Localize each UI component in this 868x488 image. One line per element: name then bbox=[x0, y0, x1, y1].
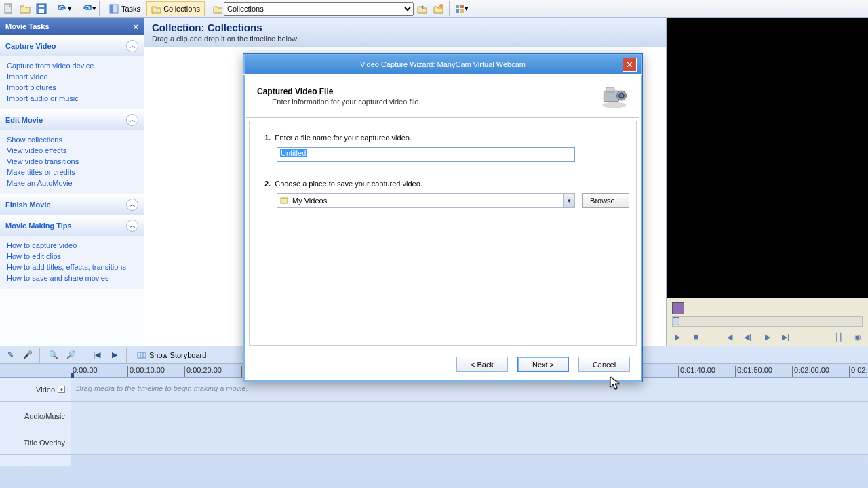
sidebar-group-capture[interactable]: Capture Video ︿ bbox=[0, 35, 144, 56]
dialog-subheading: Enter information for your captured vide… bbox=[257, 98, 421, 106]
sidebar-link[interactable]: View video transitions bbox=[0, 156, 144, 167]
svg-rect-11 bbox=[138, 352, 146, 358]
svg-rect-10 bbox=[460, 9, 464, 13]
open-icon[interactable] bbox=[18, 1, 33, 16]
cancel-button[interactable]: Cancel bbox=[578, 357, 630, 372]
collections-toggle[interactable]: Collections bbox=[146, 1, 205, 16]
sidebar-link[interactable]: View video effects bbox=[0, 145, 144, 156]
zoom-in-icon[interactable]: 🔍 bbox=[46, 348, 61, 363]
dialog-heading: Captured Video File bbox=[257, 87, 421, 96]
browse-button[interactable]: Browse... bbox=[582, 193, 629, 208]
step-fwd-icon[interactable]: |▶ bbox=[761, 331, 773, 343]
snapshot-icon[interactable]: ◉ bbox=[852, 331, 864, 343]
svg-rect-8 bbox=[460, 5, 464, 8]
collections-label: Collections bbox=[163, 5, 200, 13]
folder-icon bbox=[213, 4, 222, 14]
play-timeline-icon[interactable]: ▶ bbox=[107, 348, 122, 363]
sidebar-link[interactable]: Import pictures bbox=[0, 82, 144, 93]
tasks-icon bbox=[109, 4, 119, 14]
next-button[interactable]: Next > bbox=[517, 357, 569, 372]
content-title: Collection: Collections bbox=[152, 22, 658, 33]
chevron-up-icon[interactable]: ︿ bbox=[126, 40, 138, 52]
view-icon[interactable]: ▾ bbox=[454, 1, 469, 16]
svg-point-14 bbox=[603, 102, 627, 108]
video-capture-wizard-dialog: Video Capture Wizard: ManyCam Virtual We… bbox=[243, 53, 643, 382]
sidebar-link[interactable]: Make titles or credits bbox=[0, 167, 144, 178]
main-toolbar: ▾ ▾ Tasks Collections Collections ▾ bbox=[0, 0, 868, 18]
filename-input[interactable]: Untitled bbox=[277, 147, 575, 162]
chevron-up-icon[interactable]: ︿ bbox=[126, 199, 138, 211]
svg-rect-2 bbox=[39, 9, 44, 13]
narrate-icon[interactable]: 🎤 bbox=[20, 348, 35, 363]
svg-point-6 bbox=[439, 4, 443, 8]
new-folder-icon[interactable] bbox=[431, 1, 446, 16]
save-icon[interactable] bbox=[34, 1, 49, 16]
step2-label: Choose a place to save your captured vid… bbox=[275, 180, 422, 188]
storyboard-icon bbox=[137, 350, 146, 360]
sidebar-link[interactable]: How to save and share movies bbox=[0, 272, 144, 283]
sidebar-group-finish[interactable]: Finish Movie ︿ bbox=[0, 194, 144, 215]
sidebar-group-tips[interactable]: Movie Making Tips ︿ bbox=[0, 215, 144, 236]
split-icon[interactable]: ⎮⎮ bbox=[833, 331, 845, 343]
sidebar: Movie Tasks × Capture Video ︿ Capture fr… bbox=[0, 18, 144, 346]
sidebar-header: Movie Tasks × bbox=[0, 18, 144, 35]
tasks-label: Tasks bbox=[121, 5, 140, 13]
sidebar-link[interactable]: How to add titles, effects, transitions bbox=[0, 262, 144, 272]
svg-rect-19 bbox=[606, 87, 614, 92]
content-subtitle: Drag a clip and drop it on the timeline … bbox=[152, 35, 658, 43]
rewind-icon[interactable]: |◀ bbox=[90, 348, 104, 363]
collections-icon bbox=[151, 4, 161, 14]
location-select[interactable] bbox=[277, 193, 575, 208]
sidebar-link[interactable]: How to edit clips bbox=[0, 251, 144, 262]
chevron-up-icon[interactable]: ︿ bbox=[126, 220, 138, 232]
sidebar-link[interactable]: Show collections bbox=[0, 134, 144, 145]
dialog-titlebar[interactable]: Video Capture Wizard: ManyCam Virtual We… bbox=[243, 54, 642, 74]
step1-label: Enter a file name for your captured vide… bbox=[275, 134, 412, 142]
camcorder-icon bbox=[600, 83, 629, 109]
audio-track[interactable] bbox=[71, 402, 868, 430]
collections-dropdown[interactable]: Collections bbox=[224, 2, 414, 16]
track-label-audio: Audio/Music bbox=[0, 402, 71, 430]
svg-rect-7 bbox=[456, 5, 459, 8]
sidebar-group-edit[interactable]: Edit Movie ︿ bbox=[0, 109, 144, 130]
tasks-toggle[interactable]: Tasks bbox=[104, 1, 145, 16]
play-icon[interactable]: ▶ bbox=[671, 331, 684, 343]
svg-rect-5 bbox=[110, 5, 113, 13]
expand-icon[interactable]: + bbox=[58, 386, 65, 393]
back-button[interactable]: < Back bbox=[456, 357, 508, 372]
track-label-video: Video+ bbox=[0, 378, 71, 402]
stop-icon[interactable]: ■ bbox=[690, 331, 703, 343]
undo-icon[interactable]: ▾ bbox=[57, 1, 72, 16]
sidebar-link[interactable]: Import audio or music bbox=[0, 93, 144, 104]
preview-pane: ▶ ■ |◀ ◀| |▶ ▶| ⎮⎮ ◉ bbox=[666, 18, 868, 346]
sidebar-link[interactable]: How to capture video bbox=[0, 240, 144, 251]
svg-point-18 bbox=[620, 94, 623, 97]
prev-icon[interactable]: |◀ bbox=[723, 331, 735, 343]
seek-slider[interactable] bbox=[672, 316, 863, 327]
svg-rect-9 bbox=[456, 9, 459, 13]
preview-video bbox=[667, 18, 868, 298]
chevron-up-icon[interactable]: ︿ bbox=[126, 114, 138, 126]
title-track[interactable] bbox=[71, 430, 868, 455]
sidebar-link[interactable]: Make an AutoMovie bbox=[0, 178, 144, 188]
preview-thumbnail bbox=[672, 302, 684, 314]
svg-rect-0 bbox=[5, 4, 12, 13]
svg-rect-3 bbox=[39, 5, 44, 7]
close-icon[interactable]: ✕ bbox=[623, 58, 637, 72]
track-label-title: Title Overlay bbox=[0, 430, 71, 455]
zoom-out-icon[interactable]: 🔎 bbox=[64, 348, 79, 363]
show-storyboard-button[interactable]: Show Storyboard bbox=[133, 350, 210, 360]
sidebar-close-icon[interactable]: × bbox=[133, 22, 138, 32]
sidebar-link[interactable]: Capture from video device bbox=[0, 60, 144, 71]
up-level-icon[interactable] bbox=[415, 1, 430, 16]
set-start-icon[interactable]: ✎ bbox=[3, 348, 18, 363]
sidebar-link[interactable]: Import video bbox=[0, 71, 144, 82]
redo-icon[interactable]: ▾ bbox=[81, 1, 96, 16]
next-icon[interactable]: ▶| bbox=[780, 331, 792, 343]
timeline-scrollbar[interactable] bbox=[71, 455, 868, 466]
step-back-icon[interactable]: ◀| bbox=[742, 331, 754, 343]
new-project-icon[interactable] bbox=[1, 1, 16, 16]
